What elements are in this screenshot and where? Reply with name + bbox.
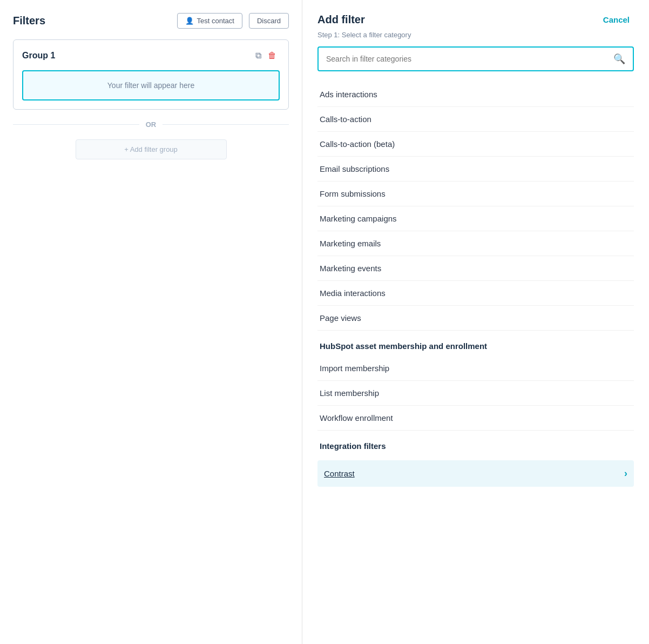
list-item[interactable]: List membership (317, 381, 634, 406)
discard-label: Discard (257, 17, 281, 25)
add-filter-group-label: + Add filter group (124, 145, 178, 153)
integration-item[interactable]: Contrast › (317, 460, 634, 487)
list-item[interactable]: Marketing campaigns (317, 206, 634, 231)
search-icon: 🔍 (613, 53, 625, 65)
person-icon: 👤 (185, 17, 194, 25)
test-contact-label: Test contact (197, 17, 234, 25)
add-filter-group-button[interactable]: + Add filter group (76, 139, 227, 159)
step-label: Step 1: Select a filter category (317, 31, 634, 39)
integration-item-label: Contrast (324, 469, 624, 478)
search-box: 🔍 (317, 46, 634, 71)
left-panel: Filters 👤 Test contact Discard Group 1 ⧉… (0, 0, 302, 644)
list-item[interactable]: Ads interactions (317, 82, 634, 107)
page-title: Filters (13, 15, 171, 27)
search-input[interactable] (326, 55, 609, 63)
group-title: Group 1 (22, 51, 252, 61)
hubspot-section-title: HubSpot asset membership and enrollment (317, 331, 634, 356)
filter-placeholder-text: Your filter will appear here (107, 81, 194, 90)
right-header: Add filter Cancel (317, 13, 634, 26)
list-item[interactable]: Marketing events (317, 256, 634, 281)
filter-placeholder: Your filter will appear here (22, 70, 280, 100)
list-item[interactable]: Form submissions (317, 182, 634, 206)
integration-section-title: Integration filters (317, 431, 634, 456)
or-divider: OR (13, 120, 289, 129)
list-item[interactable]: Email subscriptions (317, 157, 634, 182)
cancel-button[interactable]: Cancel (599, 13, 634, 26)
list-item[interactable]: Calls-to-action (317, 107, 634, 132)
left-header: Filters 👤 Test contact Discard (13, 13, 289, 29)
right-panel: Add filter Cancel Step 1: Select a filte… (302, 0, 649, 644)
category-list: Ads interactions Calls-to-action Calls-t… (317, 82, 634, 331)
delete-group-button[interactable]: 🗑 (265, 49, 280, 63)
copy-icon: ⧉ (255, 51, 261, 60)
add-filter-title: Add filter (317, 14, 599, 26)
list-item[interactable]: Calls-to-action (beta) (317, 132, 634, 157)
group-box: Group 1 ⧉ 🗑 Your filter will appear here (13, 39, 289, 110)
copy-group-button[interactable]: ⧉ (252, 49, 265, 63)
list-item[interactable]: Import membership (317, 356, 634, 381)
list-item[interactable]: Media interactions (317, 281, 634, 306)
or-label: OR (146, 120, 157, 129)
list-item[interactable]: Workflow enrollment (317, 406, 634, 431)
list-item[interactable]: Marketing emails (317, 231, 634, 256)
list-item[interactable]: Page views (317, 306, 634, 331)
test-contact-button[interactable]: 👤 Test contact (177, 13, 242, 29)
discard-button[interactable]: Discard (249, 13, 289, 29)
chevron-right-icon: › (624, 468, 627, 479)
group-header: Group 1 ⧉ 🗑 (22, 49, 280, 63)
trash-icon: 🗑 (268, 51, 276, 60)
hubspot-list: Import membership List membership Workfl… (317, 356, 634, 431)
